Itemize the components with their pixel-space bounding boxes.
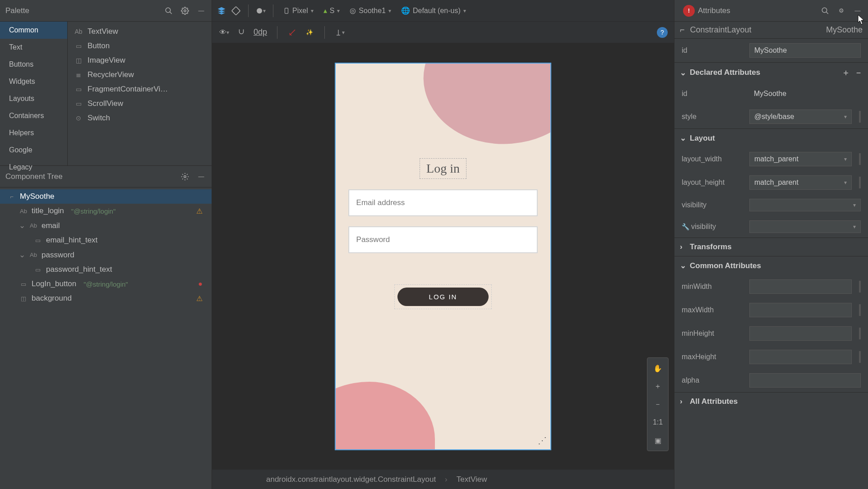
login-title[interactable]: Log in bbox=[420, 158, 466, 179]
tree-node[interactable]: ▭email_hint_text bbox=[0, 233, 212, 247]
resource-picker-icon[interactable] bbox=[859, 153, 861, 165]
view-options-icon[interactable]: 👁▾ bbox=[219, 27, 229, 37]
night-mode-icon[interactable]: ▾ bbox=[256, 6, 266, 16]
help-icon[interactable]: ? bbox=[657, 27, 668, 38]
component-tree-title: Component Tree bbox=[5, 172, 180, 181]
attr-label: id bbox=[682, 90, 745, 98]
palette-item[interactable]: ⊙Switch bbox=[68, 111, 212, 125]
zoom-ratio[interactable]: 1:1 bbox=[651, 416, 665, 429]
section-layout[interactable]: ⌄ Layout bbox=[674, 128, 868, 147]
resource-picker-icon[interactable] bbox=[859, 281, 861, 292]
canvas-area[interactable]: ▼ Log in Email address Password LOG IN ⋰… bbox=[212, 43, 674, 469]
orientation-icon[interactable] bbox=[231, 6, 241, 16]
tree-node[interactable]: Abtitle_login"@string/login"⚠ bbox=[0, 204, 212, 218]
palette-item[interactable]: ▭ScrollView bbox=[68, 96, 212, 111]
selected-component-header: ⌐ ConstraintLayout MySoothe bbox=[674, 22, 868, 39]
tree-node[interactable]: ◫background⚠ bbox=[0, 291, 212, 306]
breadcrumb-item[interactable]: androidx.constraintlayout.widget.Constra… bbox=[266, 475, 436, 484]
resource-picker-icon[interactable] bbox=[859, 351, 861, 363]
component-tree: ⌐MySootheAbtitle_login"@string/login"⚠⌄A… bbox=[0, 187, 212, 489]
palette-category[interactable]: Layouts bbox=[0, 90, 67, 107]
email-field[interactable]: Email address bbox=[349, 190, 538, 216]
locale-dropdown[interactable]: 🌐Default (en-us)▾ bbox=[398, 5, 469, 17]
attr-id-input[interactable] bbox=[749, 43, 861, 58]
remove-attribute-icon[interactable]: － bbox=[854, 67, 863, 78]
search-icon[interactable] bbox=[820, 6, 830, 16]
section-transforms[interactable]: › Transforms bbox=[674, 238, 868, 256]
clear-constraints-icon[interactable] bbox=[287, 27, 297, 37]
palette-item[interactable]: ▭FragmentContainerVi… bbox=[68, 82, 212, 96]
palette-item[interactable]: ▭Button bbox=[68, 39, 212, 53]
attr-minheight-input[interactable] bbox=[749, 326, 852, 341]
palette-item[interactable]: ≣RecyclerView bbox=[68, 68, 212, 82]
warning-icon[interactable]: ⚠ bbox=[196, 294, 203, 303]
palette-category[interactable]: Helpers bbox=[0, 124, 67, 142]
zoom-in-icon[interactable]: ＋ bbox=[651, 379, 665, 393]
api-dropdown[interactable]: ▴S▾ bbox=[321, 5, 343, 17]
attr-style-select[interactable]: @style/base▾ bbox=[749, 110, 852, 124]
attr-maxwidth-input[interactable] bbox=[749, 303, 852, 317]
attr-value[interactable]: MySoothe bbox=[749, 87, 861, 101]
attr-layout-height-select[interactable]: match_parent▾ bbox=[749, 175, 852, 190]
node-type-icon: ▭ bbox=[19, 281, 28, 288]
attr-tools-visibility-select[interactable]: ▾ bbox=[749, 220, 861, 233]
section-declared-attributes[interactable]: ⌄ Declared Attributes ＋ － bbox=[674, 62, 868, 82]
svg-point-5 bbox=[257, 8, 262, 14]
attr-layout-width-select[interactable]: match_parent▾ bbox=[749, 152, 852, 166]
device-preview[interactable]: Log in Email address Password LOG IN ⋰ bbox=[335, 63, 551, 450]
attr-label: alpha bbox=[682, 376, 745, 384]
warnings-button[interactable]: ! bbox=[680, 5, 698, 17]
zoom-out-icon[interactable]: － bbox=[651, 398, 665, 411]
tree-node[interactable]: ▭password_hint_text bbox=[0, 262, 212, 277]
palette-category[interactable]: Common bbox=[0, 22, 67, 39]
error-icon[interactable]: ● bbox=[198, 280, 203, 288]
fit-screen-icon[interactable]: ▣ bbox=[651, 434, 665, 447]
palette-category[interactable]: Widgets bbox=[0, 73, 67, 90]
resource-picker-icon[interactable] bbox=[859, 328, 861, 339]
attr-maxheight-input[interactable] bbox=[749, 350, 852, 364]
resource-picker-icon[interactable] bbox=[859, 111, 861, 123]
attr-minwidth-input[interactable] bbox=[749, 279, 852, 294]
palette-category[interactable]: Google bbox=[0, 142, 67, 159]
infer-constraints-icon[interactable]: ✨ bbox=[305, 27, 314, 37]
guidelines-icon[interactable]: ▾ bbox=[335, 27, 345, 37]
device-dropdown[interactable]: Pixel▾ bbox=[281, 5, 316, 17]
tree-node[interactable]: ⌄Abemail bbox=[0, 218, 212, 233]
tree-node[interactable]: ⌐MySoothe bbox=[0, 189, 212, 204]
default-margin[interactable]: 0dp bbox=[254, 27, 267, 37]
attr-visibility-select[interactable]: ▾ bbox=[749, 199, 861, 211]
chevron-down-icon[interactable]: ⌄ bbox=[19, 221, 25, 230]
gear-icon[interactable] bbox=[180, 172, 190, 182]
attr-label: style bbox=[682, 113, 745, 121]
attr-alpha-input[interactable] bbox=[749, 373, 861, 388]
svg-point-0 bbox=[166, 8, 171, 13]
palette-item[interactable]: ◫ImageView bbox=[68, 53, 212, 68]
add-attribute-icon[interactable]: ＋ bbox=[842, 67, 850, 78]
pan-icon[interactable]: ✋ bbox=[651, 361, 665, 375]
search-icon[interactable] bbox=[164, 6, 174, 16]
login-button[interactable]: LOG IN bbox=[397, 288, 489, 306]
palette-category[interactable]: Buttons bbox=[0, 56, 67, 73]
warning-icon[interactable]: ⚠ bbox=[196, 207, 203, 215]
gear-icon[interactable] bbox=[180, 6, 190, 16]
minimize-icon[interactable]: — bbox=[196, 172, 206, 182]
minimize-icon[interactable]: — bbox=[196, 6, 206, 16]
theme-dropdown[interactable]: ◎Soothe1▾ bbox=[347, 5, 394, 17]
resource-picker-icon[interactable] bbox=[859, 304, 861, 316]
tree-node[interactable]: ▭LogIn_button"@string/login"● bbox=[0, 277, 212, 291]
palette-category[interactable]: Text bbox=[0, 39, 67, 56]
gear-icon[interactable]: ⚙ bbox=[836, 6, 846, 16]
palette-category[interactable]: Containers bbox=[0, 107, 67, 124]
resize-handle-icon[interactable]: ⋰ bbox=[538, 435, 547, 446]
chevron-down-icon[interactable]: ⌄ bbox=[19, 250, 25, 260]
svg-rect-6 bbox=[285, 8, 288, 14]
breadcrumb-item[interactable]: TextView bbox=[457, 475, 487, 484]
layers-icon[interactable] bbox=[217, 6, 226, 16]
resource-picker-icon[interactable] bbox=[859, 177, 861, 188]
magnet-icon[interactable] bbox=[236, 27, 246, 37]
tree-node[interactable]: ⌄Abpassword bbox=[0, 247, 212, 262]
password-field[interactable]: Password bbox=[349, 227, 538, 253]
palette-item[interactable]: AbTextView bbox=[68, 24, 212, 39]
section-all-attributes[interactable]: › All Attributes bbox=[674, 392, 868, 411]
section-common-attributes[interactable]: ⌄ Common Attributes bbox=[674, 256, 868, 275]
